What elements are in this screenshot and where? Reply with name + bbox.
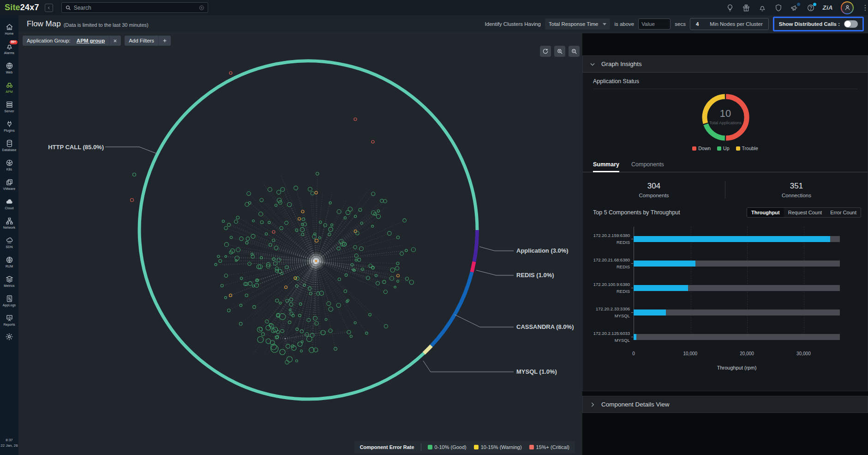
sidebar-item-plugins[interactable]: Plugins (0, 116, 18, 136)
binoculars-icon (6, 81, 13, 89)
error-count-button[interactable]: Error Count (826, 208, 861, 217)
min-nodes-label: Min Nodes per Cluster (710, 21, 762, 27)
sidebar-item-k8s[interactable]: K8s (0, 155, 18, 175)
sidebar-item-web[interactable]: Web (0, 58, 18, 78)
status-legend-item: Down (692, 146, 711, 151)
components-stat: 304 Components (583, 182, 725, 198)
svg-text:Application (3.0%): Application (3.0%) (516, 247, 569, 254)
close-icon (113, 39, 117, 43)
sidebar-clock: 8:3722 Jan, 26 (0, 437, 18, 449)
sidebar-item-sdn[interactable]: SDN (0, 233, 18, 252)
distributed-calls-label: Show Distributed Calls : (779, 21, 840, 27)
sidebar-collapse-button[interactable] (45, 4, 53, 12)
throughput-bar-row[interactable]: 172.20.2.159:6380REDIS (589, 227, 840, 251)
service-node-graph[interactable] (131, 72, 416, 364)
status-donut[interactable]: 10Total Applications (691, 92, 760, 145)
sidebar-item-rum[interactable]: RUM (0, 252, 18, 272)
sidebar-item-vmware[interactable]: VMware (0, 175, 18, 194)
zia-logo[interactable]: ZiA (823, 4, 833, 11)
svg-text:Total Applications: Total Applications (709, 121, 742, 125)
legend-item: 15%+ (Critical) (529, 444, 569, 450)
map-controls (540, 46, 580, 57)
sidebar-item-apm[interactable]: APM (0, 78, 18, 97)
tips-icon[interactable] (726, 4, 734, 12)
security-icon[interactable] (774, 4, 783, 12)
throughput-button[interactable]: Throughput (747, 208, 784, 217)
left-sidebar: Home99+AlarmsWebAPMServerPluginsDatabase… (0, 15, 18, 455)
application-group-chip[interactable]: Application Group: APM group (23, 36, 121, 46)
cloud-icon (6, 198, 13, 206)
min-nodes-value[interactable]: 4 (696, 21, 699, 27)
legend-title: Component Error Rate (360, 444, 414, 450)
flow-map-canvas[interactable]: HTTP CALL (85.0%)Application (3.0%)REDIS… (18, 33, 582, 455)
metrics-icon (6, 275, 13, 283)
request-count-button[interactable]: Request Count (784, 208, 826, 217)
sidebar-item-reports[interactable]: Reports (0, 310, 18, 330)
threshold-value-input[interactable] (638, 18, 670, 30)
vmware-icon (6, 178, 13, 186)
throughput-bar-row[interactable]: 172.20.100.9:6380REDIS (589, 276, 840, 300)
k8s-icon (6, 159, 13, 167)
sidebar-item-applogs[interactable]: AppLogs (0, 291, 18, 310)
clear-search-icon[interactable] (199, 5, 204, 11)
sidebar-item-database[interactable]: Database (0, 136, 18, 155)
throughput-bar-row[interactable]: 172.20.21.68:6380REDIS (589, 251, 840, 276)
announcements-icon[interactable] (790, 4, 799, 12)
secs-label: secs (675, 21, 686, 27)
refresh-button[interactable] (540, 46, 551, 57)
whats-new-icon[interactable] (742, 4, 750, 12)
more-menu-icon[interactable]: ⋮ (862, 3, 868, 12)
throughput-bar-row[interactable]: 172.20.2.125:6033MYSQL (589, 325, 840, 349)
min-nodes-group[interactable]: 4 Min Nodes per Cluster (690, 18, 769, 30)
sidebar-item-home[interactable]: Home (0, 19, 18, 39)
database-icon (6, 140, 13, 147)
sidebar-item-network[interactable]: Network (0, 213, 18, 233)
x-tick-label: 30,000 (796, 351, 811, 356)
page-title: Flow Map (27, 19, 61, 29)
x-axis: 010,00020,00030,000 (634, 351, 840, 358)
throughput-bar-row[interactable]: 172.20.2.33:3306MYSQL (589, 300, 840, 325)
page-header: Flow Map (Data is limited to the last 30… (18, 15, 868, 33)
svg-text:MYSQL (1.0%): MYSQL (1.0%) (516, 368, 557, 375)
sidebar-item-cloud[interactable]: Cloud (0, 194, 18, 213)
remove-filter-button[interactable] (109, 36, 121, 46)
top-right-icons: ZiA ⋮ (726, 1, 865, 14)
applogs-icon (6, 295, 13, 303)
reports-icon (6, 314, 13, 322)
search-icon (65, 5, 71, 11)
apm-group-link[interactable]: APM group (77, 38, 105, 43)
site24x7-flow-map-screen: Site24x7 ZiA ⋮ Home99+AlarmsWebAPMServer… (0, 0, 868, 455)
tab-summary[interactable]: Summary (593, 161, 619, 172)
settings-gear-icon[interactable] (5, 333, 13, 341)
add-filters-chip[interactable]: Add Filters (125, 36, 171, 46)
sidebar-item-metrics[interactable]: Metrics (0, 272, 18, 291)
sidebar-item-server[interactable]: Server (0, 97, 18, 116)
top5-header: Top 5 Components by Throughput Throughpu… (583, 207, 868, 218)
help-icon[interactable] (807, 4, 815, 12)
distributed-calls-toggle[interactable] (844, 20, 858, 28)
global-search[interactable] (61, 2, 208, 13)
notifications-icon[interactable] (758, 4, 766, 12)
search-input[interactable] (74, 5, 196, 11)
add-filter-button[interactable] (158, 36, 171, 46)
site24x7-logo[interactable]: Site24x7 (5, 3, 39, 12)
insights-tabs: Summary Components (583, 161, 868, 172)
chevron-right-icon (589, 401, 596, 408)
zoom-out-button[interactable] (569, 46, 580, 57)
zoom-in-button[interactable] (554, 46, 565, 57)
person-icon (844, 4, 851, 11)
user-avatar[interactable] (841, 1, 854, 14)
svg-text:CASSANDRA (8.0%): CASSANDRA (8.0%) (516, 323, 574, 330)
flow-map-area: HTTP CALL (85.0%)Application (3.0%)REDIS… (18, 33, 582, 455)
plug-icon (6, 120, 13, 128)
graph-insights-header[interactable]: Graph Insights (582, 55, 868, 73)
component-details-header[interactable]: Component Details View (582, 396, 868, 413)
identify-clusters-label: Identify Clusters Having (485, 21, 541, 27)
rum-icon (6, 256, 13, 264)
sidebar-item-alarms[interactable]: 99+Alarms (0, 39, 18, 58)
metric-dropdown[interactable]: Total Response Time (545, 18, 610, 30)
globe-icon (6, 62, 13, 70)
tab-components[interactable]: Components (631, 161, 664, 172)
legend-item: 10-15% (Warning) (474, 444, 522, 450)
x-tick-label: 0 (632, 351, 635, 356)
